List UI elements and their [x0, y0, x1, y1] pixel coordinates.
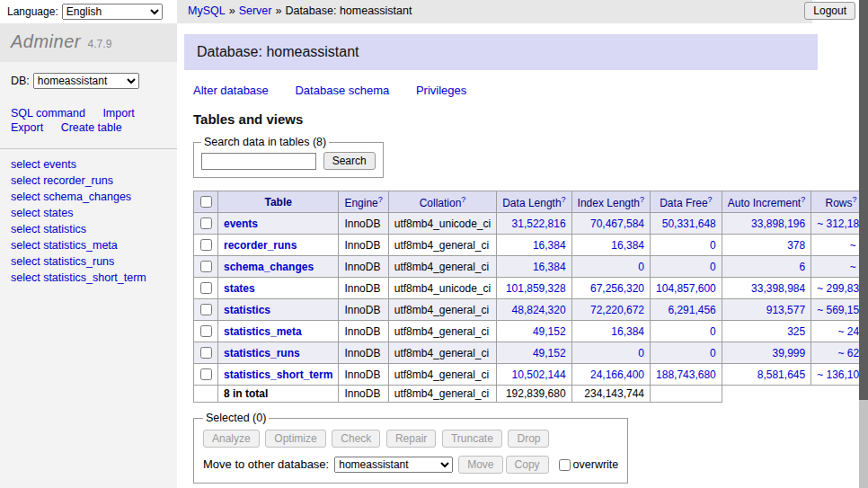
auto-increment-link[interactable]: 33,398,984 — [751, 282, 805, 295]
row-checkbox[interactable] — [200, 239, 212, 251]
index-length-link[interactable]: 0 — [638, 347, 644, 359]
engine-column-link[interactable]: Engine — [344, 197, 377, 209]
logout-button[interactable]: Logout — [804, 2, 855, 20]
data-free-link[interactable]: 0 — [710, 239, 716, 252]
table-name-link[interactable]: statistics_short_term — [224, 368, 332, 381]
row-checkbox[interactable] — [200, 282, 212, 294]
data-length-link[interactable]: 48,824,320 — [512, 304, 566, 316]
data-length-link[interactable]: 49,152 — [533, 325, 566, 338]
drop-button[interactable]: Drop — [508, 430, 549, 448]
rows-help-link[interactable]: ? — [853, 195, 857, 204]
sidebar-link-sql-command[interactable]: SQL command — [11, 107, 85, 120]
sidebar-item-select-recorder-runs[interactable]: select recorder_runs — [11, 174, 113, 187]
row-checkbox[interactable] — [200, 261, 212, 272]
data-free-link[interactable]: 188,743,680 — [656, 368, 716, 381]
index-length-help-link[interactable]: ? — [640, 195, 644, 204]
index-length-link[interactable]: 72,220,672 — [590, 304, 644, 316]
table-column-link[interactable]: Table — [264, 196, 291, 209]
auto-increment-link[interactable]: 913,577 — [766, 304, 805, 316]
sidebar-item-select-statistics-runs[interactable]: select statistics_runs — [11, 255, 114, 268]
table-name-link[interactable]: schema_changes — [224, 261, 314, 273]
data-free-link[interactable]: 0 — [710, 347, 716, 359]
row-checkbox[interactable] — [200, 325, 212, 337]
privileges-link[interactable]: Privileges — [416, 84, 466, 97]
table-name-link[interactable]: recorder_runs — [224, 239, 297, 252]
auto-increment-link[interactable]: 378 — [787, 239, 805, 252]
search-button[interactable]: Search — [323, 152, 376, 170]
vertical-scrollbar[interactable] — [859, 0, 868, 488]
index-length-column-link[interactable]: Index Length — [578, 197, 640, 209]
data-length-link[interactable]: 16,384 — [533, 261, 566, 273]
db-select[interactable]: homeassistant — [33, 73, 139, 89]
sidebar-item-select-states[interactable]: select states — [11, 207, 73, 219]
index-length-link[interactable]: 24,166,400 — [590, 368, 644, 381]
data-free-link[interactable]: 104,857,600 — [656, 282, 716, 295]
data-length-link[interactable]: 49,152 — [533, 347, 566, 359]
data-length-link[interactable]: 10,502,144 — [512, 368, 566, 381]
data-length-link[interactable]: 31,522,816 — [512, 217, 566, 230]
repair-button[interactable]: Repair — [386, 430, 436, 448]
auto-increment-link[interactable]: 33,898,196 — [751, 217, 805, 230]
analyze-button[interactable]: Analyze — [203, 430, 260, 448]
move-database-select[interactable]: homeassistant — [334, 457, 453, 473]
index-length-link[interactable]: 16,384 — [611, 239, 644, 252]
table-name-link[interactable]: statistics — [224, 304, 270, 316]
auto-increment-link[interactable]: 6 — [799, 261, 805, 273]
table-name-link[interactable]: statistics_meta — [224, 325, 302, 338]
optimize-button[interactable]: Optimize — [265, 430, 325, 448]
data-free-link[interactable]: 6,291,456 — [668, 304, 715, 316]
auto-increment-link[interactable]: 8,581,645 — [757, 368, 805, 381]
adminer-logo[interactable]: Adminer — [11, 31, 81, 51]
row-checkbox[interactable] — [200, 217, 212, 229]
check-button[interactable]: Check — [332, 430, 380, 448]
sidebar-item-select-schema-changes[interactable]: select schema_changes — [11, 191, 131, 203]
data-length-help-link[interactable]: ? — [562, 195, 566, 204]
data-free-column-link[interactable]: Data Free — [660, 197, 707, 209]
sidebar-item-select-statistics-short-term[interactable]: select statistics_short_term — [11, 271, 146, 284]
table-name-link[interactable]: states — [224, 282, 255, 295]
search-input[interactable] — [201, 153, 316, 170]
data-length-link[interactable]: 101,859,328 — [506, 282, 566, 295]
rows-count-link[interactable]: ~ 312,180 — [817, 217, 865, 230]
sidebar-link-export[interactable]: Export — [11, 121, 43, 134]
index-length-link[interactable]: 70,467,584 — [590, 217, 644, 230]
data-length-column-link[interactable]: Data Length — [502, 197, 561, 209]
auto-increment-column-link[interactable]: Auto Increment — [728, 197, 801, 209]
data-free-link[interactable]: 0 — [710, 325, 716, 338]
table-name-link[interactable]: events — [224, 217, 258, 230]
database-schema-link[interactable]: Database schema — [295, 84, 389, 97]
scrollbar-thumb[interactable] — [859, 0, 868, 400]
sidebar-link-import[interactable]: Import — [102, 107, 134, 120]
truncate-button[interactable]: Truncate — [442, 430, 502, 448]
table-name-link[interactable]: statistics_runs — [224, 347, 300, 359]
data-free-link[interactable]: 0 — [710, 261, 716, 273]
index-length-link[interactable]: 16,384 — [611, 325, 644, 338]
sidebar-item-select-statistics-meta[interactable]: select statistics_meta — [11, 239, 118, 252]
row-checkbox[interactable] — [200, 304, 212, 315]
auto-increment-link[interactable]: 325 — [787, 325, 805, 338]
sidebar-item-select-statistics[interactable]: select statistics — [11, 223, 86, 235]
data-free-help-link[interactable]: ? — [708, 195, 713, 204]
select-all-checkbox[interactable] — [200, 196, 212, 208]
collation-column-link[interactable]: Collation — [420, 197, 462, 209]
auto-increment-help-link[interactable]: ? — [801, 195, 805, 204]
breadcrumb-server-link[interactable]: Server — [239, 4, 272, 17]
rows-count-link[interactable]: ~ 299,833 — [817, 282, 865, 295]
auto-increment-link[interactable]: 39,999 — [772, 347, 805, 359]
collation-help-link[interactable]: ? — [461, 195, 465, 204]
engine-help-link[interactable]: ? — [378, 195, 383, 204]
move-button[interactable]: Move — [458, 456, 502, 474]
rows-column-link[interactable]: Rows — [826, 197, 853, 209]
alter-database-link[interactable]: Alter database — [193, 84, 269, 97]
language-select[interactable]: English — [62, 4, 163, 20]
sidebar-link-create-table[interactable]: Create table — [61, 121, 122, 134]
copy-button[interactable]: Copy — [506, 456, 549, 474]
sidebar-item-select-events[interactable]: select events — [11, 158, 76, 171]
index-length-link[interactable]: 67,256,320 — [590, 282, 644, 295]
rows-count-link[interactable]: ~ 569,159 — [817, 304, 865, 316]
rows-count-link[interactable]: ~ 136,108 — [817, 368, 865, 381]
row-checkbox[interactable] — [200, 347, 212, 359]
index-length-link[interactable]: 0 — [638, 261, 644, 273]
overwrite-checkbox[interactable] — [559, 459, 571, 471]
breadcrumb-mysql-link[interactable]: MySQL — [188, 4, 226, 17]
